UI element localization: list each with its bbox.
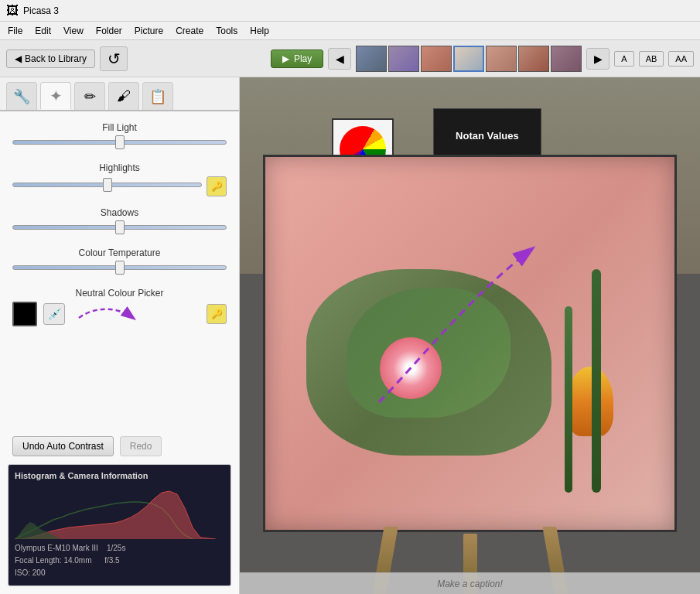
painting-canvas [263, 155, 678, 532]
basic-fixes-tab[interactable]: 🔧 [6, 82, 37, 110]
main-content: 🔧 ✦ ✏ 🖌 📋 Fill Light [0, 77, 700, 594]
iso-value: 200 [32, 568, 46, 577]
annotation-arrow-svg [71, 302, 200, 326]
play-button[interactable]: ▶ Play [271, 50, 323, 68]
wrench-icon: 🔧 [13, 88, 30, 105]
shadows-group: Shadows [12, 207, 227, 237]
fill-light-slider[interactable] [12, 140, 227, 145]
menu-folder[interactable]: Folder [91, 24, 127, 38]
undo-auto-contrast-button[interactable]: Undo Auto Contrast [12, 436, 114, 456]
fill-light-label: Fill Light [12, 122, 227, 133]
colour-temperature-group: Colour Temperature [12, 248, 227, 277]
highlights-slider[interactable] [12, 183, 202, 187]
menu-tools[interactable]: Tools [211, 24, 242, 38]
yellow-pick-icon: 🔑 [211, 309, 223, 319]
focal-length-label: Focal Length: [15, 556, 63, 565]
pick-icon-symbol: 🔑 [211, 181, 223, 192]
play-icon: ▶ [282, 53, 289, 64]
text-style-a-button[interactable]: A [614, 51, 633, 67]
colour-temperature-label: Colour Temperature [12, 248, 227, 258]
thumbnail-1[interactable] [356, 46, 387, 72]
menu-create[interactable]: Create [171, 24, 208, 38]
shadows-slider[interactable] [12, 225, 227, 230]
effects-tab[interactable]: ✏ [74, 82, 105, 110]
thumbnail-strip [356, 46, 582, 72]
histogram-title: Histogram & Camera Information [15, 471, 224, 480]
thumbnail-6[interactable] [518, 46, 549, 72]
prev-image-button[interactable]: ◀ [328, 48, 351, 70]
iso-label: ISO: [15, 568, 32, 577]
toolbar: ◀ Back to Library ↺ ▶ Play ◀ ▶ A AB AA [0, 40, 700, 77]
thumbnail-7[interactable] [551, 46, 582, 72]
colour-temperature-slider[interactable] [12, 265, 227, 270]
fill-light-group: Fill Light [12, 122, 227, 152]
histogram-canvas [15, 485, 224, 539]
prev-icon: ◀ [336, 53, 344, 65]
app-title: Picasa 3 [23, 5, 59, 16]
thumbnail-2[interactable] [388, 46, 419, 72]
shutter-speed: 1/25s [107, 544, 125, 552]
image-area: Notan Values [240, 77, 700, 594]
play-label: Play [294, 53, 312, 64]
histogram-panel: Histogram & Camera Information Olympus E… [8, 464, 231, 586]
neutral-colour-picker-label: Neutral Colour Picker [12, 288, 227, 299]
action-buttons: Undo Auto Contrast Redo [0, 428, 239, 464]
next-icon: ▶ [594, 53, 603, 65]
rotate-button[interactable]: ↺ [100, 46, 128, 71]
caption-bar: Make a caption! [240, 572, 700, 594]
brush-tab[interactable]: 🖌 [108, 82, 139, 110]
back-to-library-button[interactable]: ◀ Back to Library [6, 50, 95, 68]
text-style-ab-button[interactable]: AB [639, 51, 664, 67]
eyedropper-icon: 💉 [48, 308, 61, 320]
neutral-picker-row: 💉 🔑 [12, 302, 227, 326]
back-btn-label: Back to Library [25, 53, 87, 64]
highlights-group: Highlights 🔑 [12, 162, 227, 196]
thumbnail-4[interactable] [453, 46, 484, 72]
thumbnail-5[interactable] [486, 46, 517, 72]
focal-length-value: 14.0mm [63, 556, 91, 565]
menu-file[interactable]: File [3, 24, 27, 38]
highlights-label: Highlights [12, 162, 227, 173]
sliders-area: Fill Light Highlights 🔑 [0, 111, 239, 428]
thumbnail-3[interactable] [421, 46, 452, 72]
pencil-icon: ✏ [84, 88, 96, 105]
more-tab[interactable]: 📋 [142, 82, 173, 110]
menu-help[interactable]: Help [245, 24, 274, 38]
tuning-tab[interactable]: ✦ [40, 82, 71, 110]
aperture-value: 3.5 [109, 556, 120, 565]
back-arrow-icon: ◀ [15, 53, 22, 64]
histogram-info: Olympus E-M10 Mark III 1/25s Focal Lengt… [15, 542, 224, 579]
eyedropper-button[interactable]: 💉 [43, 303, 65, 325]
title-bar: 🖼 Picasa 3 [0, 0, 700, 22]
brush-icon: 🖌 [117, 88, 131, 104]
edit-tabs: 🔧 ✦ ✏ 🖌 📋 [0, 77, 239, 111]
shadows-label: Shadows [12, 207, 227, 218]
left-panel: 🔧 ✦ ✏ 🖌 📋 Fill Light [0, 77, 240, 594]
yellow-pick-button[interactable]: 🔑 [207, 304, 227, 324]
menu-view[interactable]: View [59, 24, 88, 38]
highlights-pick-button[interactable]: 🔑 [207, 176, 227, 196]
menu-bar: File Edit View Folder Picture Create Too… [0, 22, 700, 40]
menu-edit[interactable]: Edit [30, 24, 56, 38]
sun-icon: ✦ [50, 87, 63, 105]
redo-button[interactable]: Redo [120, 436, 162, 456]
next-image-button[interactable]: ▶ [586, 48, 610, 70]
menu-picture[interactable]: Picture [130, 24, 168, 38]
text-style-aa-button[interactable]: AA [668, 51, 694, 67]
color-swatch[interactable] [12, 302, 37, 326]
rotate-icon: ↺ [108, 50, 121, 68]
neutral-colour-picker-group: Neutral Colour Picker 💉 [12, 288, 227, 326]
app-icon: 🖼 [6, 4, 19, 18]
camera-model: Olympus E-M10 Mark III [15, 544, 98, 552]
more-icon: 📋 [149, 88, 166, 105]
histogram-svg [15, 485, 224, 539]
caption-text[interactable]: Make a caption! [437, 579, 503, 589]
